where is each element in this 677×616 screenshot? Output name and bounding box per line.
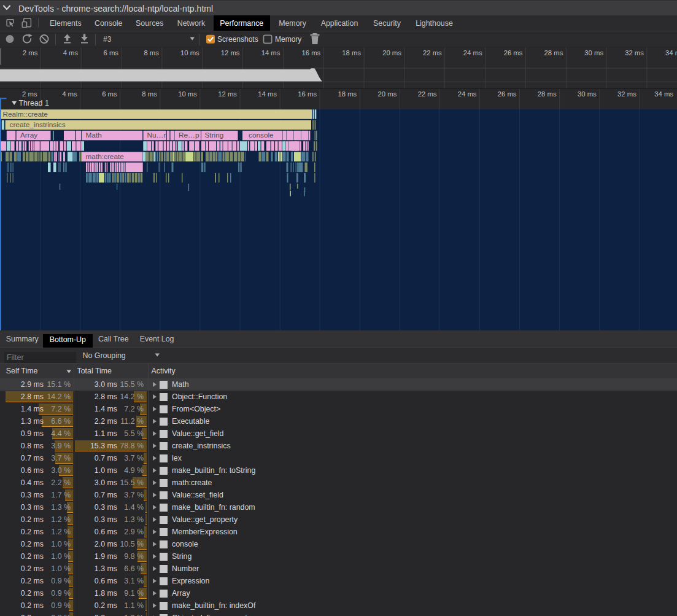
svg-text:Nu…r: Nu…r: [147, 131, 166, 139]
svg-text:20 ms: 20 ms: [378, 90, 397, 98]
svg-text:12 ms: 12 ms: [218, 90, 237, 98]
svg-text:console: console: [249, 131, 274, 139]
svg-text:Realm::create: Realm::create: [3, 109, 48, 118]
svg-text:math:create: math:create: [86, 152, 125, 160]
svg-text:14 ms: 14 ms: [261, 49, 280, 56]
svg-text:2 ms: 2 ms: [22, 90, 37, 98]
svg-text:28 ms: 28 ms: [544, 49, 563, 56]
svg-text:26 ms: 26 ms: [504, 49, 523, 56]
svg-text:12 ms: 12 ms: [221, 49, 240, 56]
svg-text:10 ms: 10 ms: [180, 49, 199, 56]
svg-text:16 ms: 16 ms: [301, 49, 320, 56]
svg-text:8 ms: 8 ms: [144, 49, 159, 56]
svg-text:34 ms: 34 ms: [654, 90, 673, 98]
svg-text:20 ms: 20 ms: [382, 49, 401, 56]
svg-text:22 ms: 22 ms: [418, 90, 437, 98]
svg-text:16 ms: 16 ms: [298, 90, 317, 98]
svg-text:26 ms: 26 ms: [498, 90, 517, 98]
svg-text:create_instrinsics: create_instrinsics: [10, 120, 66, 129]
svg-text:Array: Array: [20, 131, 37, 139]
svg-text:String: String: [205, 131, 224, 139]
svg-text:Thread 1: Thread 1: [19, 99, 49, 107]
svg-text:24 ms: 24 ms: [463, 49, 482, 56]
svg-text:32 ms: 32 ms: [617, 90, 636, 98]
svg-text:18 ms: 18 ms: [342, 49, 361, 56]
svg-text:14 ms: 14 ms: [258, 90, 277, 98]
svg-text:8 ms: 8 ms: [142, 90, 157, 98]
svg-text:4 ms: 4 ms: [63, 49, 79, 56]
svg-text:10 ms: 10 ms: [178, 90, 197, 98]
svg-text:28 ms: 28 ms: [538, 90, 557, 98]
svg-text:6 ms: 6 ms: [102, 90, 117, 98]
svg-text:30 ms: 30 ms: [584, 49, 603, 56]
svg-text:Math: Math: [86, 131, 102, 139]
svg-text:4 ms: 4 ms: [62, 90, 77, 98]
svg-text:34 ms: 34 ms: [665, 49, 677, 56]
svg-text:32 ms: 32 ms: [625, 49, 644, 56]
svg-text:Re…p: Re…p: [179, 131, 199, 139]
svg-text:24 ms: 24 ms: [458, 90, 477, 98]
svg-text:22 ms: 22 ms: [423, 49, 442, 56]
svg-text:2 ms: 2 ms: [23, 49, 38, 56]
svg-text:18 ms: 18 ms: [338, 90, 357, 98]
svg-text:30 ms: 30 ms: [578, 90, 597, 98]
svg-text:6 ms: 6 ms: [104, 49, 119, 56]
